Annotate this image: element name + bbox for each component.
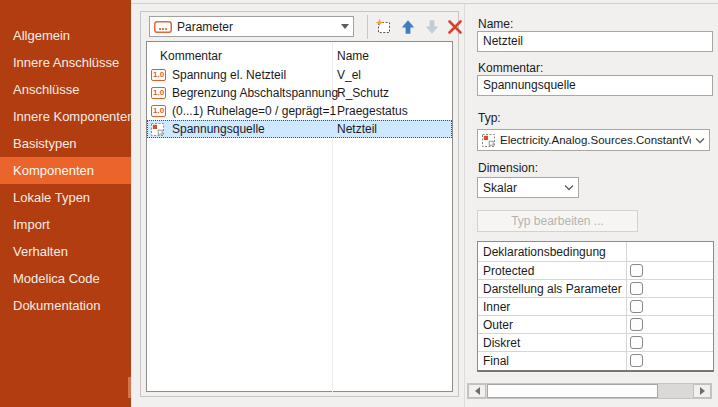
- delete-icon: [447, 19, 463, 35]
- diskret-checkbox[interactable]: [630, 336, 643, 349]
- typ-selector-value: Electricity.Analog.Sources.ConstantVo: [495, 134, 691, 146]
- column-header-name: Name: [337, 49, 369, 63]
- list-header: Kommentar Name: [147, 42, 452, 66]
- edit-type-button[interactable]: Typ bearbeiten ...: [477, 210, 638, 232]
- sidebar-item-dokumentation[interactable]: Dokumentation: [0, 292, 131, 319]
- delete-button[interactable]: [444, 15, 466, 38]
- typ-selector[interactable]: Electricity.Analog.Sources.ConstantVo: [477, 129, 710, 151]
- item-kommentar: Spannung el. Netzteil: [172, 68, 286, 82]
- sidebar-item-modelica-code[interactable]: Modelica Code: [0, 265, 131, 292]
- parameter-list: Kommentar Name 1.0 Spannung el. Netzteil…: [146, 41, 453, 392]
- row-label: Protected: [483, 264, 534, 278]
- sidebar-item-innere-anschluesse[interactable]: Innere Anschlüsse: [0, 49, 131, 76]
- inner-checkbox[interactable]: [630, 300, 643, 313]
- list-item[interactable]: 1.0 Spannung el. Netzteil V_el: [147, 66, 452, 84]
- table-column-divider: [626, 280, 627, 297]
- type-designer-window: Allgemein Innere Anschlüsse Anschlüsse I…: [0, 0, 718, 407]
- item-kommentar: (0...1) Ruhelage=0 / geprägt=1: [172, 104, 336, 118]
- declaration-table: Deklarationsbedingung Protected Darstell…: [477, 241, 714, 372]
- add-parameter-button[interactable]: [372, 15, 394, 38]
- dimension-label: Dimension:: [478, 161, 538, 175]
- name-label: Name:: [478, 17, 513, 31]
- column-header-kommentar: Kommentar: [160, 49, 222, 63]
- list-item[interactable]: 1.0 (0...1) Ruhelage=0 / geprägt=1 Praeg…: [147, 102, 452, 120]
- table-column-divider: [626, 262, 627, 279]
- value-badge-icon: 1.0: [151, 104, 171, 118]
- toolbar-separator: [367, 15, 368, 39]
- sidebar-item-basistypen[interactable]: Basistypen: [0, 130, 131, 157]
- sidebar-item-allgemein[interactable]: Allgemein: [0, 22, 131, 49]
- typ-label: Typ:: [478, 111, 501, 125]
- table-row: Darstellung als Parameter: [478, 280, 713, 298]
- scrollbar-thumb[interactable]: [487, 384, 658, 398]
- row-label: Outer: [483, 318, 513, 332]
- value-badge-icon: 1.0: [151, 68, 171, 82]
- name-input[interactable]: Netzteil: [477, 31, 713, 52]
- move-down-button[interactable]: [421, 15, 443, 38]
- parameter-group: Parameter: [140, 11, 459, 397]
- value-badge-icon: 1.0: [151, 86, 171, 100]
- component-icon: [482, 134, 495, 147]
- table-column-divider: [626, 242, 627, 261]
- table-column-divider: [626, 334, 627, 351]
- row-label: Inner: [483, 300, 510, 314]
- item-name: Praegestatus: [337, 104, 408, 118]
- table-row: Inner: [478, 298, 713, 316]
- sidebar-item-innere-komponenten[interactable]: Innere Komponenten: [0, 103, 131, 130]
- move-up-icon: [400, 19, 416, 35]
- scroll-left-icon: [475, 387, 480, 395]
- outer-checkbox[interactable]: [630, 318, 643, 331]
- sidebar-item-import[interactable]: Import: [0, 211, 131, 238]
- sidebar-item-anschluesse[interactable]: Anschlüsse: [0, 76, 131, 103]
- table-column-divider: [626, 298, 627, 315]
- row-label: Diskret: [483, 336, 520, 350]
- top-divider: [131, 3, 718, 4]
- item-name: V_el: [337, 68, 361, 82]
- move-down-icon: [424, 19, 440, 35]
- panel-divider: [464, 4, 465, 407]
- item-name: R_Schutz: [337, 86, 389, 100]
- kommentar-input[interactable]: Spannungsquelle: [477, 75, 713, 96]
- darstellung-als-parameter-checkbox[interactable]: [630, 282, 643, 295]
- table-row: Diskret: [478, 334, 713, 352]
- chevron-down-icon[interactable]: [691, 130, 709, 150]
- row-label: Final: [483, 354, 509, 368]
- main-area: Parameter: [131, 0, 718, 407]
- table-column-divider: [626, 352, 627, 370]
- parameter-toolbar: Parameter: [141, 12, 458, 41]
- category-selector-value: Parameter: [172, 20, 337, 34]
- dimension-selector-value: Skalar: [483, 181, 560, 195]
- scroll-right-icon: [700, 387, 705, 395]
- table-row: Final: [478, 352, 713, 370]
- row-label: Darstellung als Parameter: [483, 282, 622, 296]
- item-name: Netzteil: [337, 122, 377, 136]
- item-kommentar: Begrenzung Abschaltspannung: [172, 86, 338, 100]
- sidebar: Allgemein Innere Anschlüsse Anschlüsse I…: [0, 0, 131, 407]
- parameter-icon: [154, 21, 172, 33]
- sidebar-item-verhalten[interactable]: Verhalten: [0, 238, 131, 265]
- sidebar-item-komponenten[interactable]: Komponenten: [0, 157, 131, 184]
- list-item-selected[interactable]: Spannungsquelle Netzteil: [147, 120, 452, 138]
- declaration-header-label: Deklarationsbedingung: [483, 245, 606, 259]
- add-parameter-icon: [375, 18, 392, 35]
- dropdown-arrow-icon[interactable]: [337, 17, 353, 36]
- final-checkbox[interactable]: [630, 354, 643, 367]
- horizontal-scrollbar[interactable]: [467, 383, 712, 399]
- scroll-left-button[interactable]: [468, 384, 486, 398]
- dimension-selector[interactable]: Skalar: [477, 177, 579, 198]
- table-column-divider: [626, 316, 627, 333]
- protected-checkbox[interactable]: [630, 264, 643, 277]
- item-kommentar: Spannungsquelle: [172, 122, 265, 136]
- chevron-down-icon[interactable]: [560, 178, 578, 197]
- table-row: Protected: [478, 262, 713, 280]
- category-selector[interactable]: Parameter: [149, 16, 354, 37]
- component-icon: [151, 122, 171, 136]
- kommentar-label: Kommentar:: [478, 61, 543, 75]
- list-item[interactable]: 1.0 Begrenzung Abschaltspannung R_Schutz: [147, 84, 452, 102]
- declaration-table-header: Deklarationsbedingung: [478, 242, 713, 262]
- sidebar-item-lokale-typen[interactable]: Lokale Typen: [0, 184, 131, 211]
- move-up-button[interactable]: [397, 15, 419, 38]
- scroll-right-button[interactable]: [693, 384, 711, 398]
- table-row: Outer: [478, 316, 713, 334]
